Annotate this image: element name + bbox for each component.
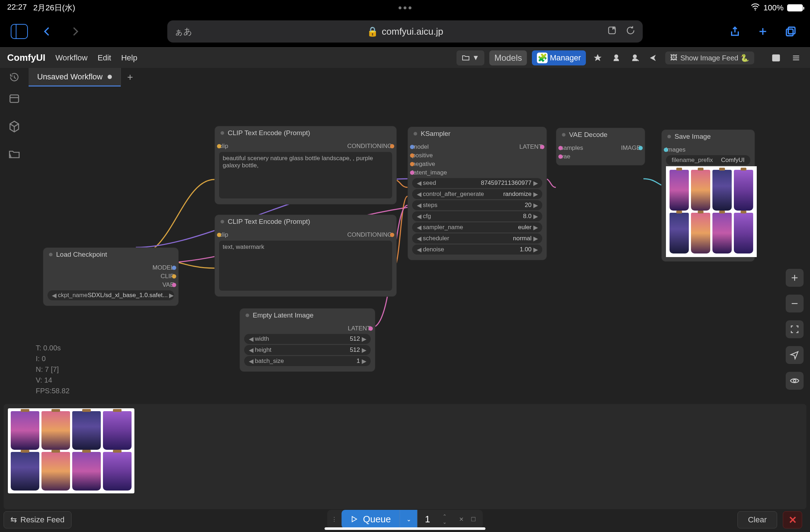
node-vae-decode[interactable]: VAE Decode samples vae IMAGE: [556, 128, 645, 166]
queue-stepper[interactable]: ⌃⌄: [438, 513, 452, 525]
filename-widget[interactable]: filename_prefixComfyUI: [666, 155, 750, 165]
eye-button[interactable]: [786, 372, 804, 390]
zoom-in-button[interactable]: [786, 269, 804, 287]
image-icon: 🖼: [670, 54, 677, 62]
share-button[interactable]: [726, 23, 744, 40]
menu-help[interactable]: Help: [121, 53, 137, 63]
queue-stop[interactable]: ☐: [471, 516, 476, 523]
menu-edit[interactable]: Edit: [98, 53, 111, 63]
queue-bar: ⋮ Queue ⌄ 1 ⌃⌄ ✕ ☐: [327, 510, 483, 528]
sampler-widget[interactable]: ◀sampler_nameeuler▶: [412, 222, 542, 232]
ios-status-bar: 22:27 2月26日(水) 100%: [0, 0, 810, 16]
canvas-controls: [786, 269, 804, 390]
positive-prompt[interactable]: beautiful scenery nature glass bottle la…: [219, 152, 392, 198]
forward-button: [66, 23, 84, 40]
aa-button[interactable]: ぁあ: [174, 26, 192, 37]
tab-bar: Unsaved Workflow +: [0, 68, 810, 87]
height-widget[interactable]: ◀height512▶: [244, 345, 371, 355]
show-image-feed[interactable]: 🖼 Show Image Feed 🐍: [665, 51, 754, 64]
clear-button[interactable]: Clear: [737, 511, 777, 528]
unsaved-dot: [108, 75, 112, 79]
node-rail-icon[interactable]: [8, 120, 21, 133]
menu-workflow[interactable]: Workflow: [55, 53, 88, 63]
svg-marker-20: [352, 517, 357, 522]
puzzle-icon: 🧩: [537, 53, 548, 63]
workflow-tab[interactable]: Unsaved Workflow: [29, 68, 121, 87]
url-text: comfyui.aicu.jp: [382, 26, 443, 37]
home-indicator[interactable]: [325, 527, 485, 530]
image-feed: [4, 404, 806, 509]
node-save-image[interactable]: Save Image images filename_prefixComfyUI: [661, 129, 755, 262]
batch-widget[interactable]: ◀batch_size1▶: [244, 356, 371, 366]
ckpt-name-widget[interactable]: ◀ ckpt_name SDXL/sd_xl_base_1.0.safet...…: [48, 290, 174, 300]
reload-icon[interactable]: [626, 25, 636, 38]
svg-point-6: [615, 55, 618, 58]
fit-button[interactable]: [786, 320, 804, 338]
queue-cancel[interactable]: ✕: [459, 516, 464, 523]
queue-button[interactable]: Queue: [341, 510, 399, 528]
canvas-area[interactable]: Load Checkpoint MODEL CLIP VAE ◀ ckpt_na…: [0, 87, 810, 532]
width-widget[interactable]: ◀width512▶: [244, 334, 371, 344]
sidebar-toggle[interactable]: [11, 23, 28, 40]
multitask-dots[interactable]: [399, 6, 411, 9]
star-icon[interactable]: [591, 51, 604, 65]
battery-icon: [787, 4, 803, 11]
negative-prompt[interactable]: text, watermark: [219, 241, 392, 291]
node-load-checkpoint[interactable]: Load Checkpoint MODEL CLIP VAE ◀ ckpt_na…: [43, 247, 179, 306]
new-tab-button[interactable]: [754, 23, 771, 40]
nav-icon-2[interactable]: [628, 51, 642, 65]
layout-icon[interactable]: [769, 51, 783, 65]
reader-icon[interactable]: [607, 25, 617, 38]
add-tab-button[interactable]: +: [121, 68, 139, 87]
steps-widget[interactable]: ◀steps20▶: [412, 200, 542, 210]
url-bar[interactable]: ぁあ 🔒 comfyui.aicu.jp: [167, 20, 643, 43]
share-icon[interactable]: [647, 51, 660, 65]
node-clip-encode-positive[interactable]: CLIP Text Encode (Prompt) clip CONDITION…: [214, 126, 397, 205]
status-time: 22:27: [7, 3, 27, 13]
svg-point-7: [633, 55, 637, 58]
control-widget[interactable]: ◀control_after_generaterandomize▶: [412, 189, 542, 199]
node-ksampler[interactable]: KSampler model positive negative latent_…: [408, 127, 547, 260]
queue-count[interactable]: 1: [418, 510, 438, 528]
tabs-button[interactable]: [782, 23, 799, 40]
feed-thumbnail[interactable]: [8, 408, 134, 493]
cfg-widget[interactable]: ◀cfg8.0▶: [412, 211, 542, 221]
folder-dropdown[interactable]: ▼: [456, 50, 484, 65]
close-button[interactable]: ✕: [783, 511, 802, 528]
resize-icon: ⇆: [10, 515, 17, 524]
canvas-stats: T: 0.00s I: 0 N: 7 [7] V: 14 FPS:58.82: [36, 343, 70, 396]
zoom-out-button[interactable]: [786, 295, 804, 312]
nav-icon-1[interactable]: [609, 51, 623, 65]
output-preview: [666, 166, 757, 257]
svg-rect-4: [788, 27, 795, 34]
folder-rail-icon[interactable]: [8, 148, 21, 161]
comfyui-header: ComfyUI Workflow Edit Help ▼ Models 🧩 Ma…: [0, 47, 810, 68]
svg-rect-5: [786, 29, 793, 36]
battery-pct: 100%: [764, 3, 784, 13]
svg-point-0: [755, 9, 756, 10]
hamburger-icon[interactable]: [789, 51, 803, 65]
svg-rect-13: [10, 95, 19, 103]
node-clip-encode-negative[interactable]: CLIP Text Encode (Prompt) clip CONDITION…: [214, 215, 397, 297]
wifi-icon: [751, 2, 760, 14]
history-icon[interactable]: [0, 68, 29, 87]
resize-feed-button[interactable]: ⇆ Resize Feed: [4, 511, 71, 528]
status-date: 2月26日(水): [33, 3, 75, 13]
seed-widget[interactable]: ◀seed874597211360977▶: [412, 178, 542, 188]
comfyui-logo: ComfyUI: [7, 52, 45, 63]
queue-dropdown[interactable]: ⌄: [400, 510, 418, 528]
denoise-widget[interactable]: ◀denoise1.00▶: [412, 245, 542, 255]
models-button[interactable]: Models: [489, 50, 527, 65]
locate-button[interactable]: [786, 346, 804, 364]
scheduler-widget[interactable]: ◀schedulernormal▶: [412, 233, 542, 243]
queue-rail-icon[interactable]: [8, 92, 21, 105]
svg-point-19: [794, 380, 796, 382]
back-button[interactable]: [39, 23, 56, 40]
safari-toolbar: ぁあ 🔒 comfyui.aicu.jp: [0, 16, 810, 47]
manager-button[interactable]: 🧩 Manager: [532, 50, 586, 65]
lock-icon: 🔒: [367, 26, 378, 37]
node-empty-latent[interactable]: Empty Latent Image LATENT ◀width512▶ ◀he…: [239, 308, 375, 372]
